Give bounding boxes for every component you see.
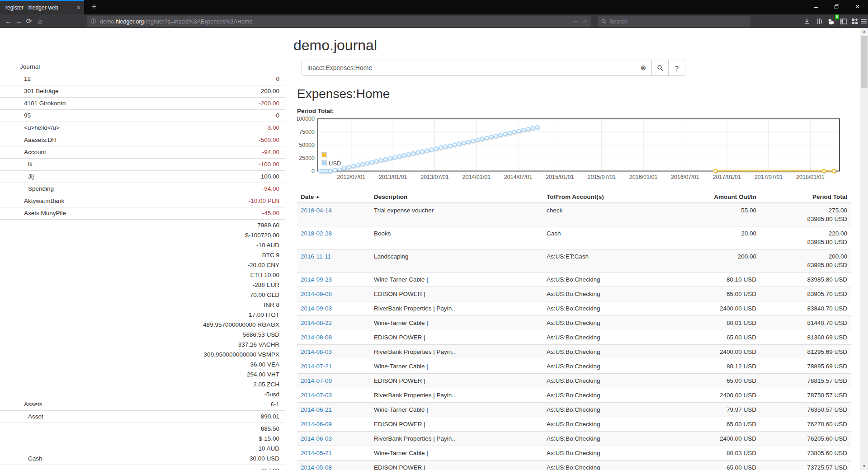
account-link[interactable]: Aaasets:DH (24, 136, 57, 143)
page-scrollbar[interactable]: ▲ ▼ (860, 28, 868, 470)
scroll-up-button[interactable]: ▲ (860, 28, 868, 35)
account-balance: -10.00 PLN (127, 195, 285, 207)
balance-amount: 36.00 VEA (127, 360, 279, 370)
y-axis-tick-label: 25000 (299, 155, 315, 161)
browser-search-bar[interactable]: Search (598, 16, 750, 27)
sidebar-account-row: 12 0 (0, 73, 285, 85)
transaction-accounts: As:US:Bo:Checking (543, 359, 667, 374)
account-link[interactable]: Asets:MunyPile (24, 210, 66, 216)
transaction-date-link[interactable]: 2016-11-11 (301, 253, 331, 260)
transaction-date-link[interactable]: 2018-02-28 (301, 230, 332, 237)
clear-query-button[interactable]: ⊗ (635, 60, 652, 76)
account-link[interactable]: Cash (28, 455, 42, 462)
bookmark-star-icon[interactable]: ☆ (582, 18, 588, 25)
account-link[interactable]: Jij (28, 173, 34, 180)
transaction-date-link[interactable]: 2014-07-03 (301, 392, 332, 399)
transaction-description: Wine-Tarner Cable | (370, 316, 543, 330)
scrollbar-thumb[interactable] (861, 36, 868, 88)
url-bar[interactable]: ⓘ demo.hledger.org/register?q=inacct%3AE… (87, 16, 591, 27)
transaction-description: Landscaping (370, 249, 543, 273)
register-row: 2016-11-11 Landscaping As:US:ET:Cash 200… (297, 249, 851, 273)
window-minimize-button[interactable]: – (806, 0, 826, 14)
chart-legend: USD (320, 150, 342, 168)
account-link[interactable]: 301 Beiträge (24, 88, 59, 94)
transaction-date-link[interactable]: 2014-06-21 (301, 406, 332, 413)
extension-duck-button[interactable]: 0 (826, 16, 837, 27)
search-placeholder: Search (609, 19, 627, 25)
sidebar-icon (840, 19, 847, 24)
transaction-date-link[interactable]: 2014-06-03 (301, 435, 332, 442)
sidebar-toggle-button[interactable] (837, 16, 849, 27)
transaction-date-link[interactable]: 2014-08-03 (301, 348, 332, 355)
balance-amount: -200.00 (127, 99, 279, 108)
account-link[interactable]: lk (28, 161, 33, 168)
menu-button[interactable] (858, 16, 868, 27)
register-row: 2014-09-23 Wine-Tarner Cable | As:US:Bo:… (297, 273, 851, 287)
help-button[interactable]: ? (668, 60, 685, 76)
account-balance: -94.00 (127, 146, 285, 159)
balance-amount: -94.00 (127, 184, 279, 194)
site-info-icon[interactable]: ⓘ (91, 18, 96, 25)
balance-amount: 2.05 ZCH (127, 380, 279, 390)
balance-amount: -10 AUD (127, 444, 279, 454)
sidebar-account-row: Spending -94.00 (0, 183, 285, 195)
forward-button[interactable]: → (13, 16, 24, 27)
transaction-date-link[interactable]: 2014-09-08 (301, 291, 332, 297)
transaction-date-link[interactable]: 2014-09-23 (301, 276, 332, 283)
browser-tab-bar: register - hledger-web × + – × (0, 0, 868, 14)
balance-amount: 7989.60 (127, 221, 279, 230)
period-total-line: 78750.57 USD (764, 391, 847, 400)
transaction-accounts: check (543, 203, 667, 226)
account-link[interactable]: Spending (28, 185, 54, 192)
transaction-amount: 80.10 USD (667, 273, 760, 287)
transaction-date-link[interactable]: 2018-04-14 (301, 207, 332, 214)
transaction-date-link[interactable]: 2014-08-08 (301, 334, 332, 341)
scroll-down-button[interactable]: ▼ (860, 463, 868, 470)
library-button[interactable] (814, 16, 826, 27)
transaction-date-link[interactable]: 2014-07-21 (301, 363, 332, 370)
query-input[interactable] (302, 60, 635, 76)
browser-tab[interactable]: register - hledger-web × (0, 0, 84, 14)
account-link[interactable]: Asset (28, 413, 43, 420)
account-link[interactable]: 12 (24, 75, 31, 82)
transaction-date-link[interactable]: 2014-07-09 (301, 377, 332, 384)
page-actions-icon[interactable]: ⋯ (573, 18, 579, 25)
balance-amount: £-1 (127, 400, 279, 409)
transaction-amount: 65.00 USD (667, 417, 760, 432)
period-total-line: 220.00 (764, 229, 847, 238)
account-link[interactable]: 95 (24, 112, 31, 119)
account-link[interactable]: 4101 Girokonto (24, 100, 66, 107)
search-submit-button[interactable] (651, 60, 669, 76)
transaction-date-link[interactable]: 2014-05-08 (301, 464, 332, 470)
balance-amount: 17.00 ITOT (127, 310, 279, 320)
balance-amount: -30.00 USD (127, 454, 279, 464)
account-link[interactable]: Assets (24, 401, 42, 408)
transaction-date-link[interactable]: 2014-05-21 (301, 450, 332, 456)
transaction-date-link[interactable]: 2014-06-09 (301, 421, 332, 428)
transaction-amount: 20.00 (667, 226, 760, 249)
transaction-amount: 2400.00 USD (667, 345, 760, 359)
transaction-description: Trial expense voucher (370, 203, 543, 226)
home-button[interactable]: ⌂ (34, 16, 45, 27)
transaction-date-link[interactable]: 2014-09-03 (301, 305, 332, 312)
transaction-amount: 2400.00 USD (667, 432, 760, 446)
period-total-line: 275.00 (764, 206, 847, 215)
balance-amount: 5686.53 USD (127, 330, 279, 340)
account-link[interactable]: Journal (20, 63, 40, 70)
col-date[interactable]: Date ▲ (297, 191, 370, 203)
transaction-date-link[interactable]: 2014-08-22 (301, 320, 332, 326)
account-link[interactable]: <u>hello</u> (24, 124, 60, 131)
account-link[interactable]: Aktywa:mBank (24, 197, 64, 204)
sidebar-account-row: -117.00 (0, 465, 285, 470)
balance-amount: 70.00 GLD (127, 290, 279, 300)
downloads-button[interactable] (801, 16, 813, 27)
reload-button[interactable]: ⟳ (24, 16, 34, 27)
window-restore-button[interactable] (826, 0, 847, 14)
transaction-period-total: 83905.70 USD (760, 287, 851, 301)
period-total-line: 83985.80 USD (764, 238, 847, 246)
window-close-button[interactable]: × (847, 0, 868, 14)
tab-close-icon[interactable]: × (77, 5, 80, 11)
new-tab-button[interactable]: + (87, 0, 101, 14)
account-link[interactable]: Account (24, 149, 46, 155)
back-button[interactable]: ← (3, 16, 14, 27)
